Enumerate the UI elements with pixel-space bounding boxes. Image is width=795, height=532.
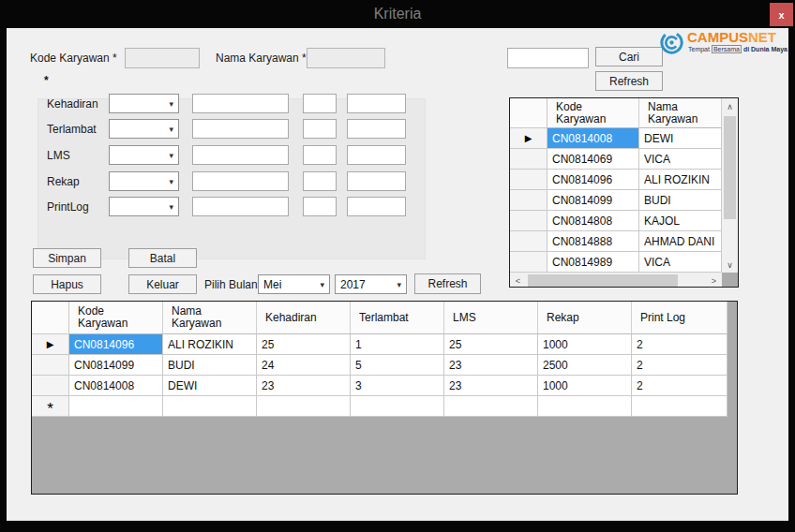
cell-kode[interactable]: CN0814069 xyxy=(548,149,639,170)
cell-lms[interactable]: 23 xyxy=(444,355,538,376)
cell-nama[interactable]: BUDI xyxy=(639,190,722,211)
row-header[interactable]: ▶ xyxy=(510,128,548,149)
cell-empty[interactable] xyxy=(351,396,444,417)
cell-rekap[interactable]: 2500 xyxy=(538,355,632,376)
column-header-kode[interactable]: Kode Karyawan xyxy=(548,98,639,128)
cell-terlambat[interactable]: 3 xyxy=(351,376,444,396)
refresh-bottom-button[interactable]: Refresh xyxy=(414,273,481,294)
row-header[interactable] xyxy=(510,190,548,211)
row-header[interactable] xyxy=(510,231,548,252)
cell-kehadiran[interactable]: 25 xyxy=(257,334,351,355)
cell-printlog[interactable]: 2 xyxy=(632,334,728,355)
row-header[interactable] xyxy=(32,376,69,396)
column-header-kehadiran[interactable]: Kehadiran xyxy=(257,302,351,334)
row-header[interactable] xyxy=(32,355,69,376)
terlambat-weight-field[interactable] xyxy=(303,119,337,139)
scrollbar-thumb[interactable] xyxy=(724,116,736,219)
scroll-down-icon[interactable]: ∨ xyxy=(722,257,738,273)
kehadiran-weight-field[interactable] xyxy=(303,94,337,113)
lms-weight-field[interactable] xyxy=(303,145,337,165)
printlog-extra-field[interactable] xyxy=(347,197,406,216)
terlambat-value-field[interactable] xyxy=(192,119,289,139)
cell-kehadiran[interactable]: 24 xyxy=(257,355,351,376)
batal-button[interactable]: Batal xyxy=(128,248,197,268)
month-combo[interactable]: Mei ▾ xyxy=(258,274,330,294)
rekap-value-field[interactable] xyxy=(192,171,289,191)
search-input[interactable] xyxy=(507,48,589,68)
column-header-terlambat[interactable]: Terlambat xyxy=(351,302,444,334)
column-header-rekap[interactable]: Rekap xyxy=(538,302,632,334)
printlog-weight-field[interactable] xyxy=(303,197,337,216)
cell-nama[interactable]: ALI ROZIKIN xyxy=(163,334,257,355)
cell-printlog[interactable]: 2 xyxy=(632,376,728,396)
row-header[interactable] xyxy=(510,252,548,273)
horizontal-scrollbar[interactable]: < > xyxy=(510,273,722,288)
printlog-value-field[interactable] xyxy=(192,197,289,216)
column-header-nama[interactable]: Nama Karyawan xyxy=(163,302,257,334)
column-header-kode[interactable]: Kode Karyawan xyxy=(69,302,163,334)
rekap-extra-field[interactable] xyxy=(347,171,406,191)
cell-kode[interactable]: CN0814099 xyxy=(548,190,639,211)
rekap-operator-combo[interactable]: ▾ xyxy=(109,171,179,191)
printlog-operator-combo[interactable]: ▾ xyxy=(109,197,179,216)
new-row-header[interactable]: * xyxy=(32,396,69,417)
lms-extra-field[interactable] xyxy=(347,145,406,165)
lms-value-field[interactable] xyxy=(192,145,289,165)
cell-nama[interactable]: VICA xyxy=(639,252,722,273)
row-header[interactable]: ▶ xyxy=(32,334,69,355)
cell-terlambat[interactable]: 1 xyxy=(351,334,444,355)
keluar-button[interactable]: Keluar xyxy=(128,274,197,294)
scroll-right-icon[interactable]: > xyxy=(706,273,722,288)
column-header-nama[interactable]: Nama Karyawan xyxy=(639,98,722,128)
scroll-left-icon[interactable]: < xyxy=(510,273,526,288)
kehadiran-extra-field[interactable] xyxy=(347,94,406,113)
cell-nama[interactable]: DEWI xyxy=(163,376,257,396)
simpan-button[interactable]: Simpan xyxy=(33,248,101,268)
column-header-printlog[interactable]: Print Log xyxy=(632,302,728,334)
scroll-up-icon[interactable]: ∧ xyxy=(722,98,738,114)
cell-kehadiran[interactable]: 23 xyxy=(257,376,351,396)
cell-nama[interactable]: VICA xyxy=(639,149,722,170)
kode-karyawan-field[interactable] xyxy=(125,48,200,68)
cell-nama[interactable]: AHMAD DANI xyxy=(639,231,722,252)
cell-empty[interactable] xyxy=(632,396,728,417)
vertical-scrollbar[interactable]: ∧ ∨ xyxy=(722,98,738,273)
kehadiran-operator-combo[interactable]: ▾ xyxy=(109,94,179,113)
scrollbar-thumb[interactable] xyxy=(528,274,678,287)
cell-kode[interactable]: CN0814008 xyxy=(548,128,639,149)
row-header[interactable] xyxy=(510,149,548,170)
nama-karyawan-field[interactable] xyxy=(307,48,385,68)
cell-rekap[interactable]: 1000 xyxy=(538,334,632,355)
rekap-weight-field[interactable] xyxy=(303,171,337,191)
cell-printlog[interactable]: 2 xyxy=(632,355,728,376)
cell-terlambat[interactable]: 5 xyxy=(351,355,444,376)
cell-empty[interactable] xyxy=(444,396,538,417)
year-combo[interactable]: 2017 ▾ xyxy=(335,274,407,294)
cell-lms[interactable]: 23 xyxy=(444,376,538,396)
cell-kode[interactable]: CN0814989 xyxy=(548,252,639,273)
cell-kode[interactable]: CN0814099 xyxy=(69,355,163,376)
cell-nama[interactable]: ALI ROZIKIN xyxy=(639,170,722,190)
column-header-lms[interactable]: LMS xyxy=(444,302,538,334)
cell-empty[interactable] xyxy=(257,396,351,417)
cell-nama[interactable]: BUDI xyxy=(163,355,257,376)
cari-button[interactable]: Cari xyxy=(595,47,663,66)
cell-empty[interactable] xyxy=(69,396,163,417)
terlambat-operator-combo[interactable]: ▾ xyxy=(109,119,179,139)
cell-rekap[interactable]: 1000 xyxy=(538,376,632,396)
row-header[interactable] xyxy=(510,170,548,190)
cell-lms[interactable]: 25 xyxy=(444,334,538,355)
cell-kode[interactable]: CN0814096 xyxy=(69,334,163,355)
lms-operator-combo[interactable]: ▾ xyxy=(109,145,179,165)
cell-kode[interactable]: CN0814008 xyxy=(69,376,163,396)
row-header[interactable] xyxy=(510,211,548,231)
cell-nama[interactable]: DEWI xyxy=(639,128,722,149)
cell-nama[interactable]: KAJOL xyxy=(639,211,722,231)
terlambat-extra-field[interactable] xyxy=(347,119,406,139)
cell-kode[interactable]: CN0814808 xyxy=(548,211,639,231)
kehadiran-value-field[interactable] xyxy=(192,94,289,113)
hapus-button[interactable]: Hapus xyxy=(33,274,101,294)
cell-empty[interactable] xyxy=(163,396,257,417)
cell-kode[interactable]: CN0814888 xyxy=(548,231,639,252)
close-button[interactable]: x xyxy=(770,3,793,26)
